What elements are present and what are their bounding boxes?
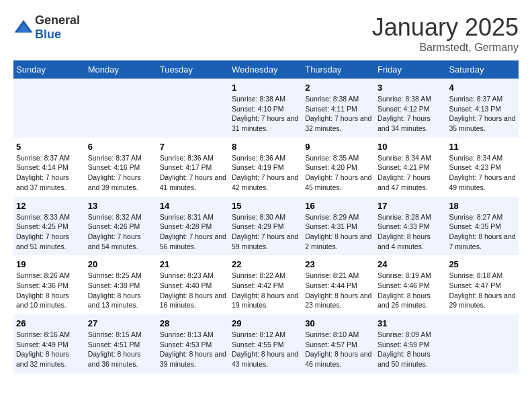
day-info: Sunrise: 8:10 AMSunset: 4:57 PMDaylight:… <box>305 330 372 369</box>
calendar-cell: 28 Sunrise: 8:13 AMSunset: 4:53 PMDaylig… <box>157 314 229 373</box>
day-number: 8 <box>232 142 300 152</box>
calendar-cell: 30 Sunrise: 8:10 AMSunset: 4:57 PMDaylig… <box>302 314 375 373</box>
week-row-5: 26 Sunrise: 8:16 AMSunset: 4:49 PMDaylig… <box>13 314 519 373</box>
week-row-4: 19 Sunrise: 8:26 AMSunset: 4:36 PMDaylig… <box>13 255 519 314</box>
day-info: Sunrise: 8:29 AMSunset: 4:31 PMDaylight:… <box>305 212 372 252</box>
calendar-cell: 9 Sunrise: 8:35 AMSunset: 4:20 PMDayligh… <box>302 138 375 197</box>
calendar-cell: 27 Sunrise: 8:15 AMSunset: 4:51 PMDaylig… <box>85 314 157 373</box>
day-info: Sunrise: 8:37 AMSunset: 4:16 PMDaylight:… <box>88 153 154 193</box>
day-info: Sunrise: 8:19 AMSunset: 4:46 PMDaylight:… <box>378 271 443 310</box>
location-title: Barmstedt, Germany <box>372 42 519 54</box>
day-number: 24 <box>378 259 443 269</box>
calendar-cell: 24 Sunrise: 8:19 AMSunset: 4:46 PMDaylig… <box>375 255 446 314</box>
day-info: Sunrise: 8:38 AMSunset: 4:12 PMDaylight:… <box>378 94 443 134</box>
day-number: 22 <box>232 259 300 269</box>
calendar-cell <box>85 79 157 138</box>
day-number: 14 <box>160 201 226 211</box>
weekday-header-saturday: Saturday <box>446 60 519 79</box>
calendar-cell: 16 Sunrise: 8:29 AMSunset: 4:31 PMDaylig… <box>302 197 375 256</box>
calendar-cell: 21 Sunrise: 8:23 AMSunset: 4:40 PMDaylig… <box>157 255 229 314</box>
title-section: January 2025 Barmstedt, Germany <box>372 13 519 54</box>
weekday-header-tuesday: Tuesday <box>157 60 229 79</box>
day-info: Sunrise: 8:35 AMSunset: 4:20 PMDaylight:… <box>305 153 372 193</box>
day-number: 7 <box>160 142 226 152</box>
calendar-cell: 12 Sunrise: 8:33 AMSunset: 4:25 PMDaylig… <box>13 197 85 256</box>
calendar-cell: 17 Sunrise: 8:28 AMSunset: 4:33 PMDaylig… <box>375 197 446 256</box>
week-row-1: 1 Sunrise: 8:38 AMSunset: 4:10 PMDayligh… <box>13 79 519 138</box>
calendar-cell: 1 Sunrise: 8:38 AMSunset: 4:10 PMDayligh… <box>229 79 302 138</box>
calendar-cell <box>13 79 85 138</box>
calendar-cell: 11 Sunrise: 8:34 AMSunset: 4:23 PMDaylig… <box>446 138 519 197</box>
week-row-3: 12 Sunrise: 8:33 AMSunset: 4:25 PMDaylig… <box>13 197 519 256</box>
calendar-cell: 23 Sunrise: 8:21 AMSunset: 4:44 PMDaylig… <box>302 255 375 314</box>
day-number: 12 <box>16 201 83 211</box>
day-number: 17 <box>378 201 443 211</box>
logo-text: General Blue <box>35 13 80 42</box>
calendar-cell: 19 Sunrise: 8:26 AMSunset: 4:36 PMDaylig… <box>13 255 85 314</box>
day-info: Sunrise: 8:36 AMSunset: 4:17 PMDaylight:… <box>160 153 226 193</box>
day-number: 9 <box>305 142 372 152</box>
day-number: 26 <box>16 318 83 328</box>
week-row-2: 5 Sunrise: 8:37 AMSunset: 4:14 PMDayligh… <box>13 138 519 197</box>
day-number: 20 <box>88 259 154 269</box>
calendar-table: SundayMondayTuesdayWednesdayThursdayFrid… <box>13 60 519 373</box>
day-number: 3 <box>378 83 443 93</box>
day-info: Sunrise: 8:37 AMSunset: 4:14 PMDaylight:… <box>16 153 83 193</box>
day-info: Sunrise: 8:15 AMSunset: 4:51 PMDaylight:… <box>88 330 154 369</box>
day-info: Sunrise: 8:37 AMSunset: 4:13 PMDaylight:… <box>449 94 516 134</box>
logo-general: General <box>35 13 80 27</box>
calendar-cell: 22 Sunrise: 8:22 AMSunset: 4:42 PMDaylig… <box>229 255 302 314</box>
month-title: January 2025 <box>372 13 519 42</box>
weekday-header-row: SundayMondayTuesdayWednesdayThursdayFrid… <box>13 60 519 79</box>
day-number: 28 <box>160 318 226 328</box>
weekday-header-friday: Friday <box>375 60 446 79</box>
day-number: 27 <box>88 318 154 328</box>
calendar-cell: 7 Sunrise: 8:36 AMSunset: 4:17 PMDayligh… <box>157 138 229 197</box>
day-number: 30 <box>305 318 372 328</box>
calendar-cell: 3 Sunrise: 8:38 AMSunset: 4:12 PMDayligh… <box>375 79 446 138</box>
day-info: Sunrise: 8:16 AMSunset: 4:49 PMDaylight:… <box>16 330 83 369</box>
logo: General Blue <box>13 13 80 42</box>
page-header: General Blue January 2025 Barmstedt, Ger… <box>13 13 519 54</box>
logo-icon <box>13 17 34 38</box>
calendar-cell: 2 Sunrise: 8:38 AMSunset: 4:11 PMDayligh… <box>302 79 375 138</box>
day-info: Sunrise: 8:33 AMSunset: 4:25 PMDaylight:… <box>16 212 83 252</box>
day-number: 29 <box>232 318 300 328</box>
day-number: 21 <box>160 259 226 269</box>
day-info: Sunrise: 8:36 AMSunset: 4:19 PMDaylight:… <box>232 153 300 193</box>
calendar-cell: 4 Sunrise: 8:37 AMSunset: 4:13 PMDayligh… <box>446 79 519 138</box>
day-info: Sunrise: 8:32 AMSunset: 4:26 PMDaylight:… <box>88 212 154 252</box>
day-info: Sunrise: 8:21 AMSunset: 4:44 PMDaylight:… <box>305 271 372 310</box>
day-info: Sunrise: 8:30 AMSunset: 4:29 PMDaylight:… <box>232 212 300 252</box>
logo-blue: Blue <box>35 28 61 41</box>
calendar-cell: 15 Sunrise: 8:30 AMSunset: 4:29 PMDaylig… <box>229 197 302 256</box>
calendar-cell: 10 Sunrise: 8:34 AMSunset: 4:21 PMDaylig… <box>375 138 446 197</box>
day-info: Sunrise: 8:13 AMSunset: 4:53 PMDaylight:… <box>160 330 226 369</box>
calendar-cell: 6 Sunrise: 8:37 AMSunset: 4:16 PMDayligh… <box>85 138 157 197</box>
weekday-header-wednesday: Wednesday <box>229 60 302 79</box>
day-info: Sunrise: 8:27 AMSunset: 4:35 PMDaylight:… <box>449 212 516 252</box>
day-info: Sunrise: 8:34 AMSunset: 4:23 PMDaylight:… <box>449 153 516 193</box>
calendar-cell: 14 Sunrise: 8:31 AMSunset: 4:28 PMDaylig… <box>157 197 229 256</box>
day-number: 19 <box>16 259 83 269</box>
day-number: 15 <box>232 201 300 211</box>
calendar-cell: 5 Sunrise: 8:37 AMSunset: 4:14 PMDayligh… <box>13 138 85 197</box>
calendar-cell <box>157 79 229 138</box>
day-info: Sunrise: 8:23 AMSunset: 4:40 PMDaylight:… <box>160 271 226 310</box>
day-number: 2 <box>305 83 372 93</box>
day-info: Sunrise: 8:31 AMSunset: 4:28 PMDaylight:… <box>160 212 226 252</box>
day-info: Sunrise: 8:09 AMSunset: 4:59 PMDaylight:… <box>378 330 443 369</box>
calendar-cell <box>446 314 519 373</box>
calendar-cell: 20 Sunrise: 8:25 AMSunset: 4:38 PMDaylig… <box>85 255 157 314</box>
day-info: Sunrise: 8:26 AMSunset: 4:36 PMDaylight:… <box>16 271 83 310</box>
day-info: Sunrise: 8:34 AMSunset: 4:21 PMDaylight:… <box>378 153 443 193</box>
calendar-cell: 8 Sunrise: 8:36 AMSunset: 4:19 PMDayligh… <box>229 138 302 197</box>
day-number: 1 <box>232 83 300 93</box>
day-number: 13 <box>88 201 154 211</box>
day-info: Sunrise: 8:28 AMSunset: 4:33 PMDaylight:… <box>378 212 443 252</box>
day-number: 18 <box>449 201 516 211</box>
day-number: 6 <box>88 142 154 152</box>
day-number: 5 <box>16 142 83 152</box>
day-info: Sunrise: 8:38 AMSunset: 4:10 PMDaylight:… <box>232 94 300 134</box>
calendar-cell: 18 Sunrise: 8:27 AMSunset: 4:35 PMDaylig… <box>446 197 519 256</box>
